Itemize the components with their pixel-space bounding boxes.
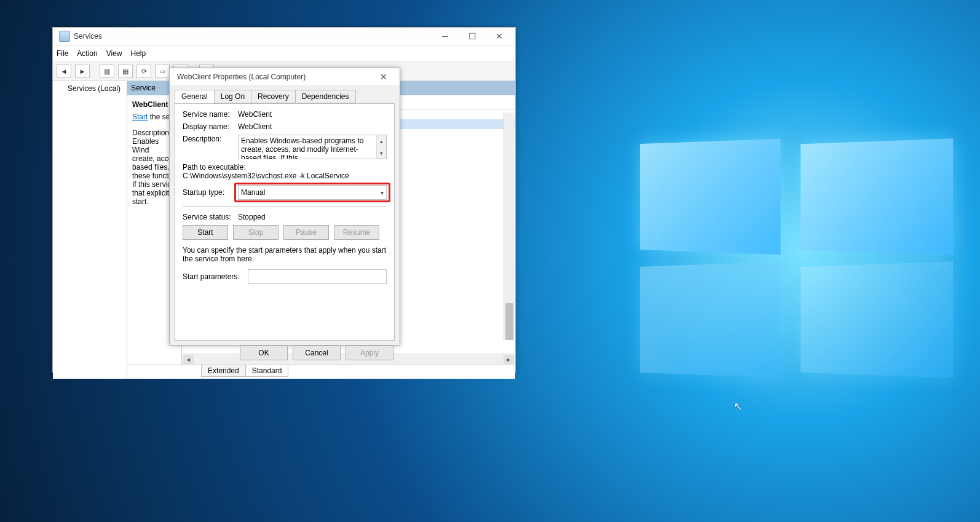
properties-dialog: WebClient Properties (Local Computer) ✕ … — [169, 68, 400, 346]
tree-services-local[interactable]: Services (Local) — [55, 84, 124, 93]
menu-help[interactable]: Help — [131, 49, 146, 58]
back-button[interactable]: ◄ — [57, 65, 71, 78]
apply-button: Apply — [346, 346, 393, 360]
gear-icon — [57, 84, 65, 93]
properties-titlebar[interactable]: WebClient Properties (Local Computer) ✕ — [170, 68, 400, 86]
start-service-link[interactable]: Start — [132, 113, 148, 121]
tree-pane: Services (Local) — [53, 81, 127, 379]
tab-logon[interactable]: Log On — [214, 90, 251, 103]
maximize-button[interactable]: ☐ — [459, 28, 486, 45]
toolbar-export[interactable]: ⇨ — [155, 65, 170, 78]
description-scroll[interactable]: ▴▾ — [376, 135, 386, 159]
menu-action[interactable]: Action — [77, 49, 97, 58]
ok-button[interactable]: OK — [240, 346, 288, 360]
value-display-name: WebClient — [238, 122, 387, 131]
properties-title: WebClient Properties (Local Computer) — [172, 73, 370, 81]
cancel-button[interactable]: Cancel — [293, 346, 341, 360]
bottom-tabs: Extended Standard — [127, 365, 515, 379]
tree-item-label: Services (Local) — [68, 84, 121, 93]
start-params-input[interactable] — [248, 269, 387, 284]
forward-button[interactable]: ► — [75, 65, 90, 78]
resume-button: Resume — [334, 225, 379, 240]
value-path: C:\Windows\system32\svchost.exe -k Local… — [183, 172, 349, 180]
scroll-thumb[interactable] — [505, 303, 513, 340]
tab-standard[interactable]: Standard — [245, 365, 289, 377]
properties-close-button[interactable]: ✕ — [370, 68, 397, 85]
tab-extended[interactable]: Extended — [201, 365, 246, 377]
menu-file[interactable]: File — [57, 49, 68, 58]
cursor-icon: ↖ — [733, 400, 743, 413]
toolbar-properties[interactable]: ▤ — [118, 65, 133, 78]
close-button[interactable]: ✕ — [486, 28, 513, 45]
minimize-button[interactable]: ─ — [432, 28, 459, 45]
description-textbox[interactable]: Enables Windows-based programs to create… — [238, 135, 387, 159]
label-display-name: Display name: — [183, 122, 238, 131]
services-icon — [59, 31, 70, 42]
services-titlebar[interactable]: Services ─ ☐ ✕ — [53, 28, 515, 45]
value-service-name: WebClient — [238, 110, 387, 119]
chevron-down-icon: ▾ — [381, 189, 384, 196]
vertical-scrollbar[interactable] — [504, 113, 515, 340]
scroll-down-icon: ▾ — [376, 147, 386, 159]
start-params-note: You can specify the start parameters tha… — [183, 246, 387, 263]
tab-dependencies[interactable]: Dependencies — [295, 90, 356, 103]
properties-tabs: General Log On Recovery Dependencies — [170, 86, 400, 103]
startup-type-combo[interactable]: Manual ▾ — [238, 185, 387, 200]
label-description: Description: — [183, 135, 238, 143]
toolbar-show-hide[interactable]: ▥ — [100, 65, 114, 78]
tab-page-general: Service name: WebClient Display name: We… — [175, 103, 395, 341]
label-startup-type: Startup type: — [183, 188, 238, 197]
menu-view[interactable]: View — [106, 49, 122, 58]
toolbar-refresh[interactable]: ⟳ — [136, 65, 151, 78]
label-service-status: Service status: — [183, 213, 238, 221]
label-service-name: Service name: — [183, 110, 238, 119]
menu-bar: File Action View Help — [53, 45, 515, 62]
scroll-right-icon[interactable]: ► — [504, 355, 514, 364]
pause-button: Pause — [283, 225, 329, 240]
value-service-status: Stopped — [238, 213, 387, 221]
startup-type-value: Manual — [241, 188, 265, 197]
scroll-up-icon: ▴ — [376, 135, 386, 147]
label-path: Path to executable: — [183, 163, 246, 172]
panel-header-text: Service — [131, 84, 156, 92]
tab-general[interactable]: General — [175, 90, 215, 103]
stop-button: Stop — [233, 225, 279, 240]
services-title: Services — [74, 32, 432, 41]
tab-recovery[interactable]: Recovery — [251, 90, 296, 103]
label-start-params: Start parameters: — [183, 272, 248, 281]
windows-logo-decoration — [633, 141, 953, 387]
start-button[interactable]: Start — [183, 225, 228, 240]
